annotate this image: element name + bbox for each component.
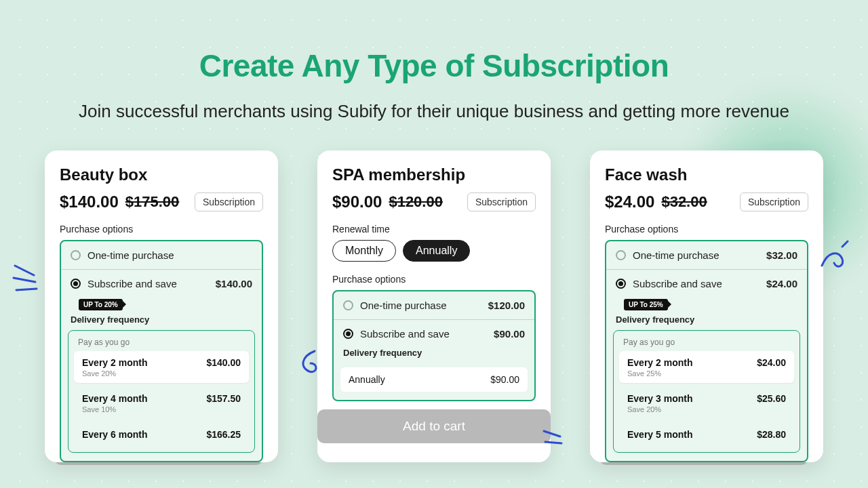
purchase-options-panel: One-time purchase $32.00 Subscribe and s… bbox=[605, 240, 808, 462]
frequency-option[interactable]: Every 6 month$166.25 bbox=[74, 423, 249, 445]
radio-selected-icon bbox=[616, 279, 626, 289]
delivery-frequency-label: Delivery frequency bbox=[606, 314, 807, 330]
option-subscribe[interactable]: Subscribe and save $90.00 bbox=[334, 320, 534, 348]
option-label: Subscribe and save bbox=[87, 278, 209, 289]
card-title: SPA membership bbox=[332, 165, 536, 184]
radio-selected-icon bbox=[343, 329, 353, 339]
subscription-badge[interactable]: Subscription bbox=[740, 192, 808, 211]
old-price: $32.00 bbox=[661, 193, 707, 211]
frequency-option[interactable]: Every 2 month$24.00 Save 25% bbox=[619, 351, 794, 383]
freq-label: Every 2 month bbox=[627, 357, 692, 368]
freq-save: Save 20% bbox=[82, 369, 241, 378]
freq-save: Save 20% bbox=[627, 405, 786, 413]
radio-icon bbox=[616, 250, 626, 260]
option-price: $90.00 bbox=[494, 328, 525, 340]
frequency-box: Pay as you go Every 2 month$24.00 Save 2… bbox=[613, 330, 800, 453]
card-row: Beauty box $140.00 $175.00 Subscription … bbox=[0, 150, 868, 462]
freq-price: $24.00 bbox=[757, 357, 786, 368]
radio-icon bbox=[343, 300, 353, 310]
add-to-cart-button[interactable]: Add to cart bbox=[317, 409, 551, 443]
subscription-badge[interactable]: Subscription bbox=[467, 192, 536, 211]
option-price: $140.00 bbox=[216, 278, 252, 289]
renewal-time-label: Renewal time bbox=[332, 224, 536, 235]
delivery-frequency-label: Delivery frequency bbox=[61, 314, 262, 330]
purchase-options-panel: One-time purchase $120.00 Subscribe and … bbox=[332, 290, 536, 401]
radio-icon bbox=[71, 250, 81, 260]
current-price: $90.00 bbox=[332, 192, 382, 211]
frequency-option[interactable]: Every 3 month$25.60 Save 20% bbox=[619, 387, 794, 419]
freq-label: Annually bbox=[349, 374, 385, 385]
option-price: $32.00 bbox=[766, 249, 797, 261]
freq-label: Every 2 month bbox=[82, 357, 147, 368]
current-price: $24.00 bbox=[605, 192, 654, 211]
subscription-badge[interactable]: Subscription bbox=[195, 192, 263, 211]
frequency-option[interactable]: Annually $90.00 bbox=[340, 367, 528, 392]
option-one-time[interactable]: One-time purchase $32.00 bbox=[606, 241, 807, 270]
frequency-option[interactable]: Every 5 month$28.80 bbox=[619, 423, 794, 445]
radio-selected-icon bbox=[71, 279, 81, 289]
purchase-options-label: Purchase options bbox=[60, 224, 263, 235]
delivery-frequency-label: Delivery frequency bbox=[334, 348, 534, 363]
current-price: $140.00 bbox=[60, 192, 119, 211]
freq-label: Every 4 month bbox=[82, 393, 147, 404]
card-spa-membership: SPA membership $90.00 $120.00 Subscripti… bbox=[317, 150, 551, 462]
option-label: One-time purchase bbox=[360, 300, 481, 311]
option-label: Subscribe and save bbox=[633, 278, 760, 289]
frequency-option[interactable]: Every 4 month$157.50 Save 10% bbox=[74, 387, 249, 419]
freq-label: Every 5 month bbox=[627, 429, 692, 440]
pay-as-you-go-label: Pay as you go bbox=[74, 336, 249, 351]
page-subtitle: Join successful merchants using Subify f… bbox=[0, 99, 868, 125]
option-label: One-time purchase bbox=[633, 249, 760, 261]
card-face-wash: Face wash $24.00 $32.00 Subscription Pur… bbox=[590, 150, 823, 462]
freq-price: $166.25 bbox=[206, 429, 241, 440]
old-price: $175.00 bbox=[125, 193, 180, 211]
option-subscribe[interactable]: Subscribe and save $140.00 bbox=[61, 270, 262, 298]
freq-price: $25.60 bbox=[757, 393, 786, 404]
option-label: Subscribe and save bbox=[360, 328, 487, 340]
renewal-monthly[interactable]: Monthly bbox=[332, 240, 396, 262]
option-subscribe[interactable]: Subscribe and save $24.00 bbox=[606, 270, 807, 298]
renewal-annually[interactable]: Annually bbox=[403, 240, 470, 262]
frequency-option[interactable]: Every 2 month$140.00 Save 20% bbox=[74, 351, 249, 383]
freq-price: $140.00 bbox=[206, 357, 241, 368]
card-title: Beauty box bbox=[60, 165, 263, 184]
old-price: $120.00 bbox=[389, 193, 443, 211]
card-title: Face wash bbox=[605, 165, 808, 184]
freq-price: $157.50 bbox=[206, 393, 241, 404]
option-price: $120.00 bbox=[488, 300, 525, 311]
card-beauty-box: Beauty box $140.00 $175.00 Subscription … bbox=[45, 150, 278, 462]
option-one-time[interactable]: One-time purchase bbox=[61, 241, 262, 270]
frequency-box: Pay as you go Every 2 month$140.00 Save … bbox=[68, 330, 255, 453]
option-price: $24.00 bbox=[766, 278, 797, 289]
freq-label: Every 3 month bbox=[627, 393, 692, 404]
freq-label: Every 6 month bbox=[82, 429, 147, 440]
purchase-options-label: Purchase options bbox=[605, 224, 808, 235]
purchase-options-panel: One-time purchase Subscribe and save $14… bbox=[60, 240, 263, 462]
freq-price: $28.80 bbox=[757, 429, 786, 440]
purchase-options-label: Purchase options bbox=[332, 274, 536, 285]
page-title: Create Any Type of Subscription bbox=[0, 47, 868, 84]
freq-save: Save 10% bbox=[82, 405, 241, 413]
option-one-time[interactable]: One-time purchase $120.00 bbox=[334, 291, 534, 320]
pay-as-you-go-label: Pay as you go bbox=[619, 336, 794, 351]
freq-save: Save 25% bbox=[627, 369, 786, 378]
option-label: One-time purchase bbox=[87, 249, 252, 261]
save-tag: UP To 20% bbox=[79, 299, 123, 310]
freq-price: $90.00 bbox=[490, 374, 519, 385]
save-tag: UP To 25% bbox=[624, 299, 668, 310]
